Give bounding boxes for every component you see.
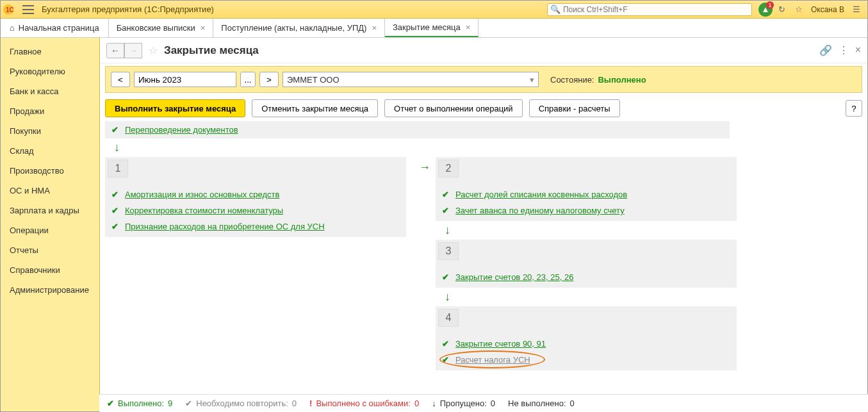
search-input[interactable]: [563, 5, 749, 14]
tab-label: Начальная страница: [19, 23, 99, 33]
op-link[interactable]: Расчет налога УСН: [455, 355, 530, 365]
op-link[interactable]: Закрытие счетов 20, 23, 25, 26: [455, 272, 573, 282]
page-header: ← → ☆ Закрытие месяца 🔗 ⋮ ×: [100, 38, 867, 63]
refs-button[interactable]: Справки - расчеты: [529, 99, 620, 117]
favorite-icon[interactable]: ☆: [792, 3, 806, 17]
check-icon: ✔: [442, 272, 449, 282]
check-icon: ✔: [442, 339, 449, 349]
op-link[interactable]: Закрытие счетов 90, 91: [455, 339, 546, 349]
tab-receipts[interactable]: Поступление (акты, накладные, УПД) ×: [213, 19, 385, 37]
op-link[interactable]: Перепроведение документов: [125, 125, 238, 135]
check-icon: ✔: [442, 206, 449, 215]
sidebar-item-warehouse[interactable]: Склад: [1, 141, 99, 161]
op-link[interactable]: Амортизация и износ основных средств: [125, 190, 279, 199]
actions-row: Выполнить закрытие месяца Отменить закры…: [100, 95, 867, 121]
sidebar: Главное Руководителю Банк и касса Продаж…: [1, 38, 100, 411]
sidebar-item-admin[interactable]: Администрирование: [1, 280, 99, 300]
window-menu-icon[interactable]: ☰: [849, 3, 864, 17]
search-icon: 🔍: [550, 4, 561, 14]
status-done-label: Выполнено:: [118, 399, 164, 408]
period-prev-button[interactable]: <: [111, 72, 130, 87]
sidebar-item-sales[interactable]: Продажи: [1, 101, 99, 121]
check-icon: ✔: [111, 190, 119, 199]
bell-badge: 1: [766, 1, 774, 9]
stage-number-4: 4: [438, 309, 459, 327]
global-search[interactable]: 🔍: [547, 3, 752, 16]
sidebar-item-manager[interactable]: Руководителю: [1, 62, 99, 81]
stage-number-1: 1: [108, 160, 128, 177]
home-icon: ⌂: [10, 23, 15, 33]
check-icon: ✔: [442, 190, 449, 199]
tab-bank-statements[interactable]: Банковские выписки ×: [109, 19, 214, 37]
sidebar-item-reports[interactable]: Отчеты: [1, 240, 99, 260]
sidebar-item-assets[interactable]: ОС и НМА: [1, 181, 99, 201]
status-repeat-count: 0: [292, 399, 297, 408]
status-value: Выполнено: [598, 75, 646, 85]
execute-button[interactable]: Выполнить закрытие месяца: [105, 99, 245, 117]
user-name[interactable]: Оксана В: [811, 5, 844, 14]
stage-3-block: 3 ✔Закрытие счетов 20, 23, 25, 26: [436, 240, 737, 288]
sidebar-item-operations[interactable]: Операции: [1, 220, 99, 240]
close-icon[interactable]: ×: [466, 22, 471, 32]
cancel-button[interactable]: Отменить закрытие месяца: [252, 99, 378, 117]
period-next-button[interactable]: >: [259, 72, 279, 87]
op-link[interactable]: Корректировка стоимости номенклатуры: [125, 206, 283, 215]
arrow-down-icon: ↓: [114, 141, 862, 154]
tab-home[interactable]: ⌂ Начальная страница: [1, 19, 109, 37]
sidebar-item-catalogs[interactable]: Справочники: [1, 260, 99, 280]
org-value: ЭММЕТ ООО: [287, 75, 340, 85]
sidebar-item-production[interactable]: Производство: [1, 161, 99, 181]
status-label: Состояние:: [550, 75, 594, 85]
check-icon: ✔: [442, 355, 449, 365]
stage-4-block: 4 ✔Закрытие счетов 90, 91 ✔ Расчет налог…: [436, 306, 737, 370]
menu-icon[interactable]: [22, 5, 34, 14]
status-notdone-count: 0: [570, 399, 575, 408]
nav-forward-button[interactable]: →: [124, 43, 142, 58]
help-button[interactable]: ?: [846, 100, 862, 117]
status-repeat-label: Необходимо повторить:: [196, 399, 288, 408]
statusbar: ✔Выполнено:9 ✔Необходимо повторить:0 !Вы…: [99, 394, 868, 412]
close-icon[interactable]: ×: [855, 44, 861, 56]
tab-label: Банковские выписки: [117, 23, 195, 33]
skip-icon: ↓: [432, 399, 436, 408]
more-icon[interactable]: ⋮: [839, 44, 849, 56]
tab-label: Закрытие месяца: [393, 22, 461, 32]
status-errors-label: Выполнено с ошибками:: [316, 399, 411, 408]
close-icon[interactable]: ×: [201, 23, 206, 33]
check-icon: ✔: [111, 125, 119, 135]
titlebar: 1C Бухгалтерия предприятия (1С:Предприят…: [1, 1, 867, 19]
notifications-icon[interactable]: ▲1: [758, 3, 773, 17]
app-title: Бухгалтерия предприятия (1С:Предприятие): [42, 4, 214, 14]
sidebar-item-bank[interactable]: Банк и касса: [1, 81, 99, 101]
op-link[interactable]: Зачет аванса по единому налоговому счету: [455, 206, 625, 215]
check-icon: ✔: [111, 222, 119, 231]
star-icon[interactable]: ☆: [149, 44, 158, 56]
right-column: 2 ✔Расчет долей списания косвенных расхо…: [436, 157, 737, 372]
nav-back-button[interactable]: ←: [106, 43, 124, 58]
sidebar-item-main[interactable]: Главное: [1, 42, 99, 62]
stage-2-block: 2 ✔Расчет долей списания косвенных расхо…: [436, 157, 737, 221]
organization-select[interactable]: ЭММЕТ ООО ▾: [283, 72, 539, 87]
link-icon[interactable]: 🔗: [819, 44, 832, 56]
op-link[interactable]: Признание расходов на приобретение ОС дл…: [125, 222, 325, 231]
period-input[interactable]: [134, 72, 236, 87]
page-title: Закрытие месяца: [164, 44, 259, 57]
status-skipped-count: 0: [491, 399, 495, 408]
close-icon[interactable]: ×: [372, 23, 377, 33]
error-icon: !: [309, 399, 312, 408]
stage-1-column: 1 ✔Амортизация и износ основных средств …: [105, 157, 406, 372]
sidebar-item-payroll[interactable]: Зарплата и кадры: [1, 201, 99, 220]
stage-number-3: 3: [438, 242, 459, 260]
history-icon[interactable]: ↻: [775, 3, 789, 17]
svg-text:1C: 1C: [6, 6, 14, 13]
op-link[interactable]: Расчет долей списания косвенных расходов: [455, 190, 627, 199]
period-picker-button[interactable]: ...: [240, 72, 256, 87]
params-bar: < ... > ЭММЕТ ООО ▾ Состояние: Выполнено: [105, 66, 862, 93]
report-button[interactable]: Отчет о выполнении операций: [384, 99, 523, 117]
op-usn-tax: ✔ Расчет налога УСН: [436, 352, 737, 368]
operations-area: ✔ Перепроведение документов ↓ 1 ✔Амортиз…: [100, 121, 867, 411]
sidebar-item-purchases[interactable]: Покупки: [1, 121, 99, 141]
tab-month-close[interactable]: Закрытие месяца ×: [385, 19, 479, 37]
status-notdone-label: Не выполнено:: [508, 399, 566, 408]
status-errors-count: 0: [414, 399, 419, 408]
